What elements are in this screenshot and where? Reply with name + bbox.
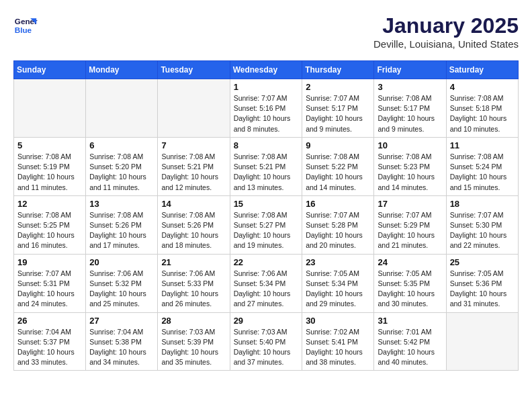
calendar-week-row: 1Sunrise: 7:07 AM Sunset: 5:16 PM Daylig… [14, 79, 519, 138]
table-row [14, 79, 86, 138]
header-thursday: Thursday [302, 61, 374, 79]
day-number: 26 [17, 316, 82, 326]
table-row: 3Sunrise: 7:08 AM Sunset: 5:17 PM Daylig… [374, 79, 446, 138]
day-info: Sunrise: 7:05 AM Sunset: 5:36 PM Dayligh… [450, 269, 515, 310]
table-row: 26Sunrise: 7:04 AM Sunset: 5:37 PM Dayli… [14, 312, 86, 371]
day-number: 1 [234, 82, 299, 92]
day-number: 18 [450, 199, 515, 209]
day-info: Sunrise: 7:08 AM Sunset: 5:19 PM Dayligh… [17, 152, 82, 193]
day-info: Sunrise: 7:08 AM Sunset: 5:26 PM Dayligh… [161, 210, 226, 251]
table-row: 25Sunrise: 7:05 AM Sunset: 5:36 PM Dayli… [446, 254, 518, 312]
calendar-table: Sunday Monday Tuesday Wednesday Thursday… [13, 60, 519, 371]
day-number: 4 [450, 82, 515, 92]
header-sunday: Sunday [14, 61, 86, 79]
table-row [158, 79, 230, 138]
day-number: 9 [306, 140, 370, 150]
logo: General Blue [13, 13, 38, 38]
day-info: Sunrise: 7:06 AM Sunset: 5:33 PM Dayligh… [161, 269, 226, 310]
day-info: Sunrise: 7:08 AM Sunset: 5:25 PM Dayligh… [17, 210, 82, 251]
header-wednesday: Wednesday [230, 61, 302, 79]
table-row: 21Sunrise: 7:06 AM Sunset: 5:33 PM Dayli… [158, 254, 230, 312]
calendar-week-row: 12Sunrise: 7:08 AM Sunset: 5:25 PM Dayli… [14, 195, 519, 254]
table-row: 9Sunrise: 7:08 AM Sunset: 5:22 PM Daylig… [302, 137, 374, 195]
day-info: Sunrise: 7:08 AM Sunset: 5:24 PM Dayligh… [450, 152, 515, 193]
table-row: 24Sunrise: 7:05 AM Sunset: 5:35 PM Dayli… [374, 254, 446, 312]
day-info: Sunrise: 7:07 AM Sunset: 5:30 PM Dayligh… [450, 210, 515, 251]
table-row: 5Sunrise: 7:08 AM Sunset: 5:19 PM Daylig… [14, 137, 86, 195]
day-number: 3 [378, 82, 442, 92]
table-row: 27Sunrise: 7:04 AM Sunset: 5:38 PM Dayli… [86, 312, 158, 371]
table-row: 29Sunrise: 7:03 AM Sunset: 5:40 PM Dayli… [230, 312, 302, 371]
logo-icon: General Blue [13, 13, 38, 38]
table-row: 8Sunrise: 7:08 AM Sunset: 5:21 PM Daylig… [230, 137, 302, 195]
day-info: Sunrise: 7:08 AM Sunset: 5:17 PM Dayligh… [378, 93, 442, 134]
day-number: 31 [378, 316, 442, 326]
day-number: 19 [17, 257, 82, 267]
day-number: 15 [234, 199, 299, 209]
day-number: 21 [161, 257, 226, 267]
day-info: Sunrise: 7:08 AM Sunset: 5:20 PM Dayligh… [89, 152, 154, 193]
day-info: Sunrise: 7:01 AM Sunset: 5:42 PM Dayligh… [378, 327, 442, 368]
day-info: Sunrise: 7:05 AM Sunset: 5:35 PM Dayligh… [378, 269, 442, 310]
day-info: Sunrise: 7:08 AM Sunset: 5:21 PM Dayligh… [161, 152, 226, 193]
header-saturday: Saturday [446, 61, 518, 79]
table-row: 13Sunrise: 7:08 AM Sunset: 5:26 PM Dayli… [86, 195, 158, 254]
header-tuesday: Tuesday [158, 61, 230, 79]
calendar-week-row: 26Sunrise: 7:04 AM Sunset: 5:37 PM Dayli… [14, 312, 519, 371]
day-number: 25 [450, 257, 515, 267]
day-number: 17 [378, 199, 442, 209]
table-row: 22Sunrise: 7:06 AM Sunset: 5:34 PM Dayli… [230, 254, 302, 312]
day-info: Sunrise: 7:07 AM Sunset: 5:16 PM Dayligh… [234, 93, 299, 134]
table-row: 1Sunrise: 7:07 AM Sunset: 5:16 PM Daylig… [230, 79, 302, 138]
day-info: Sunrise: 7:07 AM Sunset: 5:31 PM Dayligh… [17, 269, 82, 310]
day-number: 6 [89, 140, 154, 150]
page-header: General Blue January 2025 Deville, Louis… [13, 13, 519, 50]
day-info: Sunrise: 7:07 AM Sunset: 5:28 PM Dayligh… [306, 210, 370, 251]
day-number: 23 [306, 257, 370, 267]
day-info: Sunrise: 7:07 AM Sunset: 5:17 PM Dayligh… [306, 93, 370, 134]
table-row: 23Sunrise: 7:05 AM Sunset: 5:34 PM Dayli… [302, 254, 374, 312]
day-info: Sunrise: 7:08 AM Sunset: 5:23 PM Dayligh… [378, 152, 442, 193]
day-info: Sunrise: 7:04 AM Sunset: 5:37 PM Dayligh… [17, 327, 82, 368]
day-number: 13 [89, 199, 154, 209]
day-number: 22 [234, 257, 299, 267]
table-row: 14Sunrise: 7:08 AM Sunset: 5:26 PM Dayli… [158, 195, 230, 254]
day-number: 27 [89, 316, 154, 326]
day-number: 16 [306, 199, 370, 209]
day-info: Sunrise: 7:07 AM Sunset: 5:29 PM Dayligh… [378, 210, 442, 251]
table-row: 4Sunrise: 7:08 AM Sunset: 5:18 PM Daylig… [446, 79, 518, 138]
day-info: Sunrise: 7:03 AM Sunset: 5:40 PM Dayligh… [234, 327, 299, 368]
day-info: Sunrise: 7:04 AM Sunset: 5:38 PM Dayligh… [89, 327, 154, 368]
day-info: Sunrise: 7:08 AM Sunset: 5:18 PM Dayligh… [450, 93, 515, 134]
table-row: 2Sunrise: 7:07 AM Sunset: 5:17 PM Daylig… [302, 79, 374, 138]
day-info: Sunrise: 7:05 AM Sunset: 5:34 PM Dayligh… [306, 269, 370, 310]
table-row: 17Sunrise: 7:07 AM Sunset: 5:29 PM Dayli… [374, 195, 446, 254]
table-row: 31Sunrise: 7:01 AM Sunset: 5:42 PM Dayli… [374, 312, 446, 371]
table-row: 7Sunrise: 7:08 AM Sunset: 5:21 PM Daylig… [158, 137, 230, 195]
header-monday: Monday [86, 61, 158, 79]
day-number: 11 [450, 140, 515, 150]
day-number: 20 [89, 257, 154, 267]
day-number: 28 [161, 316, 226, 326]
calendar-week-row: 19Sunrise: 7:07 AM Sunset: 5:31 PM Dayli… [14, 254, 519, 312]
day-info: Sunrise: 7:08 AM Sunset: 5:22 PM Dayligh… [306, 152, 370, 193]
day-info: Sunrise: 7:08 AM Sunset: 5:27 PM Dayligh… [234, 210, 299, 251]
table-row [86, 79, 158, 138]
table-row [446, 312, 518, 371]
calendar-header-row: Sunday Monday Tuesday Wednesday Thursday… [14, 61, 519, 79]
day-info: Sunrise: 7:06 AM Sunset: 5:34 PM Dayligh… [234, 269, 299, 310]
day-number: 29 [234, 316, 299, 326]
day-number: 7 [161, 140, 226, 150]
table-row: 11Sunrise: 7:08 AM Sunset: 5:24 PM Dayli… [446, 137, 518, 195]
calendar-title: January 2025 [373, 13, 519, 38]
day-info: Sunrise: 7:06 AM Sunset: 5:32 PM Dayligh… [89, 269, 154, 310]
table-row: 10Sunrise: 7:08 AM Sunset: 5:23 PM Dayli… [374, 137, 446, 195]
day-number: 8 [234, 140, 299, 150]
day-info: Sunrise: 7:08 AM Sunset: 5:21 PM Dayligh… [234, 152, 299, 193]
table-row: 20Sunrise: 7:06 AM Sunset: 5:32 PM Dayli… [86, 254, 158, 312]
day-number: 24 [378, 257, 442, 267]
day-number: 12 [17, 199, 82, 209]
day-info: Sunrise: 7:08 AM Sunset: 5:26 PM Dayligh… [89, 210, 154, 251]
calendar-week-row: 5Sunrise: 7:08 AM Sunset: 5:19 PM Daylig… [14, 137, 519, 195]
table-row: 19Sunrise: 7:07 AM Sunset: 5:31 PM Dayli… [14, 254, 86, 312]
